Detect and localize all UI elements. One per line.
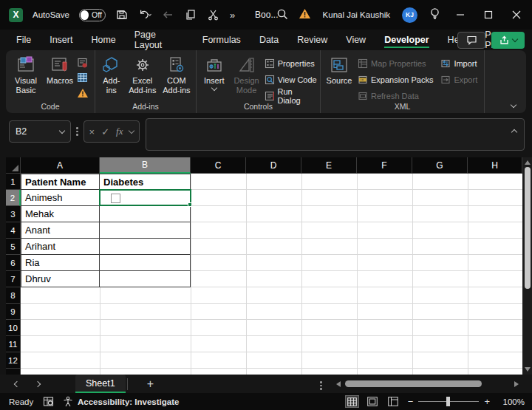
collapse-ribbon-icon[interactable] [511,102,516,108]
accessibility-status[interactable]: Accessibility: Investigate [78,397,179,406]
row-header-10[interactable]: 10 [6,320,21,336]
row-header-5[interactable]: 5 [6,239,21,255]
tab-developer[interactable]: Developer [384,32,429,48]
workbook-title[interactable]: Boo... [255,10,278,20]
scroll-up-icon[interactable] [525,160,531,165]
maximize-button[interactable] [480,7,497,23]
comments-button[interactable] [457,32,485,49]
page-layout-view-button[interactable] [366,396,379,407]
insert-control-button[interactable]: Insert [200,54,228,90]
tab-formulas[interactable]: Formulas [202,32,241,48]
row-header-11[interactable]: 11 [6,336,21,352]
scroll-left-icon[interactable] [336,381,341,387]
tab-insert[interactable]: Insert [50,32,72,48]
tab-review[interactable]: Review [297,32,327,48]
column-header-h[interactable]: H [468,157,522,174]
new-sheet-button[interactable]: + [147,377,154,391]
diabetes-checkbox[interactable] [111,194,120,203]
cells-area[interactable]: Patient Name Diabetes Animesh Mehak Anan… [21,174,522,375]
minimize-button[interactable] [452,7,468,23]
cell-b1[interactable]: Diabetes [100,174,191,190]
macro-security-icon[interactable] [77,86,89,99]
cell-a6[interactable]: Ria [21,255,100,271]
zoom-in-icon[interactable]: + [484,396,490,407]
cell-a2[interactable]: Animesh [21,190,100,206]
autosave-toggle[interactable]: Off [79,9,106,21]
row-header-2[interactable]: 2 [6,190,21,206]
search-icon[interactable] [276,8,289,24]
row-header-1[interactable]: 1 [6,174,21,190]
cell-a3[interactable]: Mehak [21,206,100,222]
column-header-g[interactable]: G [412,157,468,174]
more-commands-icon[interactable]: » [230,10,235,21]
zoom-slider[interactable]: − + [408,396,490,407]
page-break-preview-button[interactable] [387,396,400,407]
cell-a5[interactable]: Arihant [21,239,100,255]
insert-function-icon[interactable]: fx [116,126,123,137]
vertical-scroll-thumb[interactable] [525,167,531,289]
macro-record-icon[interactable] [43,396,54,407]
horizontal-scrollbar[interactable] [336,379,519,389]
cell-b3[interactable] [100,206,191,222]
name-box[interactable]: B2 [9,120,71,143]
horizontal-scroll-thumb[interactable] [345,380,482,387]
avatar[interactable]: KJ [402,7,417,23]
cell-a7[interactable]: Dhruv [21,271,100,287]
tab-page-layout[interactable]: Page Layout [134,27,184,53]
row-header-3[interactable]: 3 [6,206,21,222]
properties-button[interactable]: Properties [265,57,317,69]
row-header-9[interactable]: 9 [6,304,21,320]
column-header-c[interactable]: C [191,157,246,174]
expand-formula-bar-icon[interactable] [511,129,517,135]
cell-b7[interactable] [100,271,191,287]
zoom-slider-handle[interactable] [446,397,450,406]
com-addins-button[interactable]: COM Add-ins [160,54,193,95]
undo-icon[interactable] [138,8,151,21]
save-icon[interactable] [115,8,129,21]
column-header-f[interactable]: F [357,157,412,174]
row-header-4[interactable]: 4 [6,222,21,239]
zoom-out-icon[interactable]: − [408,396,414,407]
import-button[interactable]: Import [440,57,477,69]
cut-icon[interactable] [207,8,220,21]
tab-home[interactable]: Home [91,32,115,48]
tab-file[interactable]: File [16,32,31,48]
source-button[interactable]: Source [324,54,355,86]
zoom-level[interactable]: 100% [498,397,525,406]
view-code-button[interactable]: View Code [265,73,317,86]
user-name[interactable]: Kunal Jai Kaushik [323,10,390,19]
record-macro-icon[interactable] [77,57,89,69]
share-button[interactable] [491,32,525,49]
copy-icon[interactable] [184,8,197,21]
cell-b5[interactable] [100,239,191,255]
column-header-a[interactable]: A [21,157,100,174]
close-button[interactable] [508,7,525,23]
row-header-7[interactable]: 7 [6,271,21,287]
enter-icon[interactable]: ✓ [101,126,109,137]
fill-handle[interactable] [188,202,192,207]
cell-a1[interactable]: Patient Name [21,174,100,190]
vertical-scrollbar[interactable] [522,157,532,375]
cancel-icon[interactable]: × [89,126,95,137]
sheet-tab-sheet1[interactable]: Sheet1 [75,375,126,393]
accessibility-icon[interactable] [63,396,73,407]
row-header-12[interactable]: 12 [6,352,21,369]
addins-button[interactable]: Add-ins [98,54,125,95]
scroll-down-icon[interactable] [525,367,531,372]
formula-input[interactable] [146,118,525,151]
macros-button[interactable]: Macros [43,54,77,86]
run-dialog-button[interactable]: Run Dialog [265,89,317,102]
tab-data[interactable]: Data [259,32,279,48]
column-header-b[interactable]: B [100,157,191,174]
tab-view[interactable]: View [346,32,366,48]
lightbulb-icon[interactable] [429,7,440,23]
normal-view-button[interactable] [346,396,358,407]
row-header-8[interactable]: 8 [6,287,21,304]
row-header-6[interactable]: 6 [6,255,21,271]
scroll-right-icon[interactable] [514,381,519,387]
previous-sheet-icon[interactable] [14,380,20,386]
expansion-packs-button[interactable]: Expansion Packs [358,73,433,86]
column-header-d[interactable]: D [246,157,301,174]
formula-bar-handle[interactable] [76,126,78,137]
tabbar-resize-handle[interactable] [320,380,322,392]
